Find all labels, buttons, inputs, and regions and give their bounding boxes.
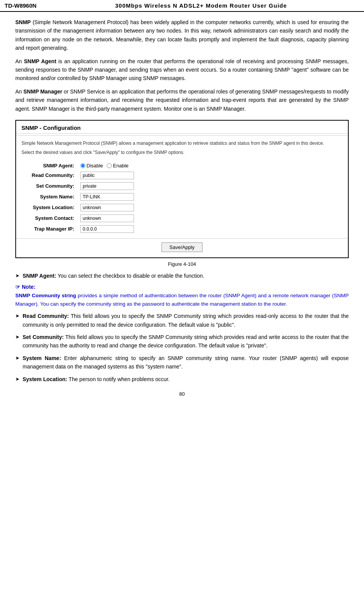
- note-icon: ☞: [15, 284, 20, 290]
- page-header: TD-W8960N 300Mbps Wireless N ADSL2+ Mode…: [0, 0, 364, 12]
- config-panel: SNMP - Configuration Simple Network Mana…: [15, 120, 349, 258]
- snmp-agent-field-label: SNMP Agent:: [16, 161, 77, 170]
- snmp-agent-label: SNMP Agent: [24, 58, 56, 64]
- an-label-2: An: [15, 88, 23, 95]
- trap-manager-ip-cell: [77, 224, 348, 234]
- snmp-manager-label: SNMP Manager: [23, 88, 62, 95]
- bullet-arrow-icon-3: ➤: [15, 333, 20, 341]
- table-row: Trap Manager IP:: [16, 224, 348, 234]
- config-button-row: Save/Apply: [16, 238, 348, 257]
- snmp-intro-para: SNMP (Simple Network Management Protocol…: [15, 18, 349, 52]
- table-row: Set Community:: [16, 181, 348, 192]
- system-location-bullet-text: The person to notify when problems occur…: [69, 376, 170, 382]
- table-row: SNMP Agent: Disable Enable: [16, 161, 348, 170]
- system-name-cell: [77, 192, 348, 202]
- read-community-bullet-label: Read Community:: [23, 313, 69, 319]
- note-text-label: Note:: [22, 284, 36, 290]
- snmp-agent-radio-group: Disable Enable: [80, 163, 345, 169]
- config-instruction: Select the desired values and click "Sav…: [16, 148, 348, 158]
- system-name-bullet-text: Enter alphanumeric string to specify an …: [23, 355, 349, 370]
- system-location-label: System Location:: [16, 202, 77, 213]
- config-description: Simple Network Management Protocol (SNMP…: [16, 137, 348, 148]
- trap-manager-ip-label: Trap Manager IP:: [16, 224, 77, 234]
- system-name-input[interactable]: [80, 193, 134, 201]
- system-location-bullet: ➤ System Location: The person to notify …: [15, 375, 349, 383]
- main-content: SNMP (Simple Network Management Protocol…: [0, 18, 364, 408]
- config-table: SNMP Agent: Disable Enable: [16, 161, 348, 234]
- snmp-manager-text: or SNMP Service is an application that p…: [15, 88, 349, 112]
- bullet-arrow-icon-4: ➤: [15, 354, 20, 362]
- bullet-arrow-icon-2: ➤: [15, 312, 20, 320]
- note-body: SNMP Community string provides a simple …: [15, 291, 349, 308]
- table-row: System Location:: [16, 202, 348, 213]
- snmp-agent-bullet: ➤ SNMP Agent: You can select the checkbo…: [15, 272, 349, 280]
- note-section: ☞ Note: SNMP Community string provides a…: [15, 284, 349, 308]
- snmp-agent-radio-cell: Disable Enable: [77, 161, 348, 170]
- system-contact-cell: [77, 213, 348, 224]
- system-name-bullet-label: System Name:: [23, 355, 61, 361]
- note-label: ☞ Note:: [15, 284, 349, 290]
- enable-label: Enable: [113, 163, 128, 169]
- system-location-bullet-label: System Location:: [23, 376, 67, 382]
- set-community-bullet-label: Set Community:: [23, 334, 64, 340]
- system-contact-label: System Contact:: [16, 213, 77, 224]
- figure-label: Figure 4-104: [15, 261, 349, 267]
- disable-radio-label[interactable]: Disable: [80, 163, 103, 169]
- read-community-label: Read Community:: [16, 170, 77, 181]
- system-name-label: System Name:: [16, 192, 77, 202]
- set-community-cell: [77, 181, 348, 192]
- save-apply-button[interactable]: Save/Apply: [162, 242, 203, 252]
- bullet-arrow-icon-5: ➤: [15, 375, 20, 383]
- table-row: System Contact:: [16, 213, 348, 224]
- table-row: System Name:: [16, 192, 348, 202]
- read-community-bullet-text: This field allows you to specify the SNM…: [23, 313, 349, 327]
- trap-manager-ip-input[interactable]: [80, 225, 134, 233]
- read-community-input[interactable]: [80, 172, 134, 179]
- set-community-bullet-text: This field allows you to specify the SNM…: [23, 334, 349, 349]
- an-label: An: [15, 58, 24, 64]
- system-location-input[interactable]: [80, 204, 134, 211]
- page-title: 300Mbps Wireless N ADSL2+ Modem Router U…: [42, 2, 359, 9]
- snmp-agent-bullet-content: SNMP Agent: You can select the checkbox …: [23, 272, 349, 280]
- bullet-arrow-icon: ➤: [15, 272, 20, 280]
- snmp-agent-text: is an application running on the router …: [15, 58, 349, 82]
- snmp-bold-label: SNMP: [15, 19, 31, 25]
- disable-radio[interactable]: [80, 163, 85, 168]
- system-name-bullet: ➤ System Name: Enter alphanumeric string…: [15, 354, 349, 371]
- system-contact-input[interactable]: [80, 214, 134, 222]
- snmp-manager-para: An SNMP Manager or SNMP Service is an ap…: [15, 87, 349, 113]
- set-community-input[interactable]: [80, 182, 134, 190]
- system-location-cell: [77, 202, 348, 213]
- snmp-agent-bullet-text: You can select the checkbox to disable o…: [58, 273, 204, 279]
- disable-label: Disable: [87, 163, 103, 169]
- snmp-agent-para: An SNMP Agent is an application running …: [15, 57, 349, 83]
- set-community-bullet: ➤ Set Community: This field allows you t…: [15, 333, 349, 350]
- system-location-bullet-content: System Location: The person to notify wh…: [23, 375, 349, 383]
- set-community-bullet-content: Set Community: This field allows you to …: [23, 333, 349, 350]
- page-number: 80: [15, 391, 349, 401]
- read-community-bullet-content: Read Community: This field allows you to…: [23, 312, 349, 329]
- table-row: Read Community:: [16, 170, 348, 181]
- snmp-community-string-label: SNMP Community string: [15, 293, 76, 298]
- config-panel-title: SNMP - Configuration: [16, 121, 348, 134]
- enable-radio[interactable]: [107, 163, 112, 168]
- snmp-agent-bullet-label: SNMP Agent:: [23, 273, 56, 279]
- enable-radio-label[interactable]: Enable: [107, 163, 128, 169]
- read-community-bullet: ➤ Read Community: This field allows you …: [15, 312, 349, 329]
- set-community-label: Set Community:: [16, 181, 77, 192]
- snmp-intro-text: (Simple Network Management Protocol) has…: [15, 19, 349, 51]
- read-community-cell: [77, 170, 348, 181]
- system-name-bullet-content: System Name: Enter alphanumeric string t…: [23, 354, 349, 371]
- model-name: TD-W8960N: [5, 2, 36, 9]
